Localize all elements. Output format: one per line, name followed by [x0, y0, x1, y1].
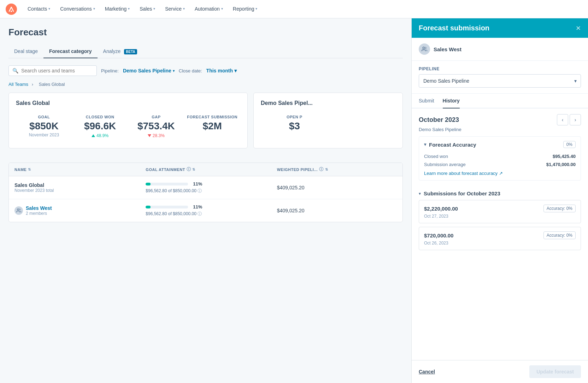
breadcrumb-separator: ›: [32, 82, 33, 87]
tab-analyze[interactable]: Analyze BETA: [98, 45, 143, 58]
nav-item-reporting[interactable]: Reporting ▾: [228, 0, 263, 18]
rp-tab-history[interactable]: History: [443, 94, 460, 108]
sub-item-row: $720,000.00 Accuracy: 0%: [424, 231, 576, 239]
svg-point-2: [17, 209, 19, 211]
td-name-sales-global: Sales Global November 2023 total: [9, 176, 140, 199]
td-goal-sales-west: 11% $96,562.80 of $850,000.00 ⓘ: [140, 199, 271, 222]
td-weighted-sales-global: $409,025.20: [271, 176, 402, 199]
tab-deal-stage[interactable]: Deal stage: [8, 45, 43, 58]
accuracy-badge: Accuracy: 0%: [543, 231, 576, 239]
goal-row: 11% $96,562.80 of $850,000.00 ⓘ: [146, 181, 202, 194]
chevron-down-icon: ▾: [48, 7, 50, 11]
info-icon[interactable]: ⓘ: [187, 166, 191, 172]
submissions-section: ▾ Submissions for October 2023 $2,220,00…: [412, 186, 588, 259]
sort-icon[interactable]: ⇅: [28, 167, 31, 171]
metric-forecast-submission: FORECAST SUBMISSION $2M: [184, 112, 240, 141]
search-box[interactable]: 🔍: [8, 65, 97, 76]
tab-forecast-category[interactable]: Forecast category: [43, 45, 98, 58]
learn-more-link[interactable]: Learn more about forecast accuracy ↗: [424, 171, 576, 176]
top-navigation: Contacts ▾ Conversations ▾ Marketing ▾ S…: [0, 0, 588, 18]
nav-item-sales[interactable]: Sales ▾: [135, 0, 160, 18]
th-weighted-pipeline: WEIGHTED PIPELI... ⓘ ⇅: [271, 163, 402, 176]
sort-icon[interactable]: ⇅: [325, 167, 328, 171]
metric-open-pipeline: OPEN P $3: [261, 112, 328, 135]
chevron-down-icon: ▾: [183, 7, 185, 11]
history-month-row: October 2023 ‹ ›: [412, 108, 588, 127]
right-panel: Forecast submission ✕ Sales West Pipeli: [411, 18, 588, 383]
progress-bar: [146, 183, 188, 185]
progress-bar: [146, 206, 188, 208]
nav-item-conversations[interactable]: Conversations ▾: [55, 0, 100, 18]
cards-row: Sales Global GOAL $850K November 2023 CL…: [8, 93, 403, 155]
chevron-down-icon: ▾: [234, 68, 237, 73]
closed-won-change: 48.9%: [72, 133, 128, 138]
close-date-selector[interactable]: This month ▾: [206, 68, 237, 73]
nav-item-automation[interactable]: Automation ▾: [190, 0, 228, 18]
info-icon[interactable]: ⓘ: [198, 211, 202, 216]
update-forecast-button[interactable]: Update forecast: [529, 365, 581, 378]
metric-closed-won: CLOSED WON $96.6K 48.9%: [72, 112, 128, 141]
th-goal-attainment: GOAL ATTAINMENT ⓘ ⇅: [140, 163, 271, 176]
fa-header[interactable]: ▾ Forecast Accuracy 0%: [419, 137, 581, 152]
svg-point-0: [6, 4, 17, 15]
rp-tabs: Submit History: [412, 94, 588, 108]
goal-progress-line: 11%: [146, 181, 202, 187]
goal-progress-line: 11%: [146, 204, 202, 210]
chevron-down-icon: ▾: [255, 7, 257, 11]
breadcrumb-all-teams[interactable]: All Teams: [8, 82, 28, 87]
progress-fill: [146, 183, 150, 185]
chevron-down-icon: ▾: [153, 7, 155, 11]
rp-footer: Cancel Update forecast: [412, 360, 588, 383]
chevron-down-icon: ▾: [419, 191, 421, 196]
avatar: [14, 206, 23, 215]
chevron-down-icon: ▾: [93, 7, 95, 11]
summary-card-sales-global: Sales Global GOAL $850K November 2023 CL…: [8, 93, 248, 148]
fa-row-submission-avg: Submission average $1,470,000.00: [424, 160, 576, 169]
close-icon[interactable]: ✕: [576, 24, 581, 32]
sort-icon[interactable]: ⇅: [192, 167, 195, 171]
pipeline-select[interactable]: Demo Sales Pipeline: [419, 74, 581, 88]
pipeline-label: Pipeline:: [101, 68, 119, 73]
prev-month-button[interactable]: ‹: [557, 114, 568, 125]
th-name: NAME ⇅: [9, 163, 140, 176]
svg-point-3: [423, 47, 424, 49]
accuracy-badge: 0%: [563, 141, 576, 148]
goal-amounts: $96,562.80 of $850,000.00 ⓘ: [146, 211, 202, 217]
page-tabs: Deal stage Forecast category Analyze BET…: [8, 45, 403, 58]
summary-metrics-grid: GOAL $850K November 2023 CLOSED WON $96.…: [16, 112, 240, 141]
rp-pipeline-label: Pipeline: [419, 66, 581, 71]
progress-fill: [146, 206, 150, 208]
forecast-accuracy-section: ▾ Forecast Accuracy 0% Closed won $95,42…: [419, 136, 581, 181]
sub-item-row: $2,220,000.00 Accuracy: 0%: [424, 205, 576, 212]
search-icon: 🔍: [12, 68, 18, 73]
pipeline-selector[interactable]: Demo Sales Pipeline ▾: [123, 68, 175, 73]
external-link-icon: ↗: [499, 171, 503, 176]
table-header: NAME ⇅ GOAL ATTAINMENT ⓘ ⇅ WEIGHTED PIPE…: [9, 163, 402, 176]
rp-header: Forecast submission ✕: [412, 18, 588, 38]
cancel-button[interactable]: Cancel: [419, 369, 435, 375]
info-icon[interactable]: ⓘ: [198, 188, 202, 193]
nav-items-list: Contacts ▾ Conversations ▾ Marketing ▾ S…: [23, 0, 262, 18]
history-nav: ‹ ›: [557, 114, 581, 125]
rp-pipeline-section: Pipeline Demo Sales Pipeline ▾: [412, 61, 588, 94]
up-arrow-icon: [92, 134, 95, 137]
rp-tab-submit[interactable]: Submit: [419, 94, 434, 108]
search-input[interactable]: [21, 68, 93, 73]
page-title: Forecast: [8, 27, 403, 38]
sub-header[interactable]: ▾ Submissions for October 2023: [419, 186, 581, 200]
next-month-button[interactable]: ›: [570, 114, 581, 125]
fa-row-closed-won: Closed won $95,425.40: [424, 152, 576, 160]
hubspot-logo[interactable]: [6, 4, 17, 15]
rp-team-name: Sales West: [434, 46, 461, 52]
info-icon[interactable]: ⓘ: [319, 166, 324, 172]
accuracy-badge: Accuracy: 0%: [543, 205, 576, 212]
table-row: Sales Global November 2023 total 11%: [9, 176, 402, 199]
nav-item-marketing[interactable]: Marketing ▾: [100, 0, 135, 18]
goal-row: 11% $96,562.80 of $850,000.00 ⓘ: [146, 204, 202, 217]
fa-body: Closed won $95,425.40 Submission average…: [419, 152, 581, 180]
fa-title: ▾ Forecast Accuracy: [424, 142, 476, 148]
nav-item-service[interactable]: Service ▾: [160, 0, 190, 18]
breadcrumb-current: Sales Global: [39, 82, 65, 87]
nav-item-contacts[interactable]: Contacts ▾: [23, 0, 55, 18]
gap-change: 28.3%: [128, 133, 184, 138]
